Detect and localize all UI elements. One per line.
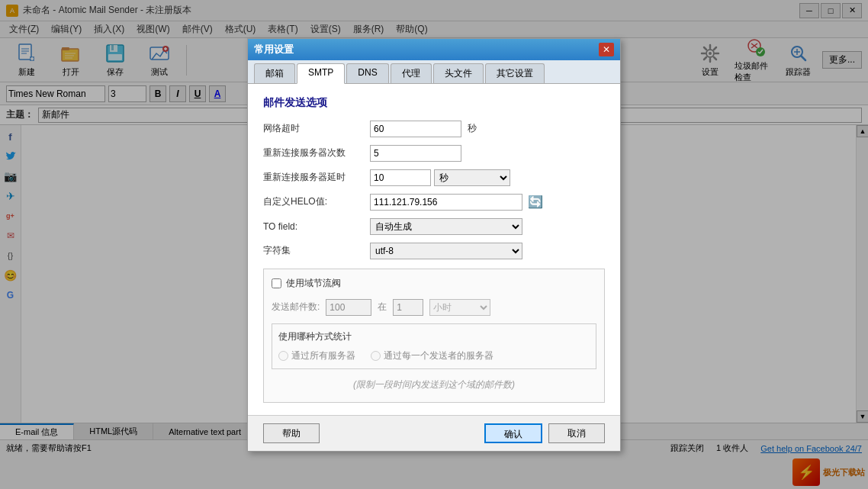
in-label: 在	[378, 301, 387, 314]
charset-label: 字符集	[263, 244, 370, 257]
network-timeout-input[interactable]	[370, 121, 461, 137]
tab-proxy[interactable]: 代理	[391, 63, 432, 83]
helo-input[interactable]	[370, 194, 522, 211]
throttle-section: 使用域节流阀 发送邮件数: 在 小时 分钟 使用哪种方式统计	[263, 269, 605, 403]
tab-smtp[interactable]: SMTP	[297, 63, 345, 84]
throttle-send-row: 发送邮件数: 在 小时 分钟	[272, 299, 596, 316]
network-timeout-unit: 秒	[468, 122, 477, 135]
count-method-section: 使用哪种方式统计 通过所有服务器 通过每一个发送者的服务器	[272, 323, 596, 369]
section-title: 邮件发送选项	[263, 96, 605, 110]
send-label: 发送邮件数:	[272, 301, 320, 314]
ok-button[interactable]: 确认	[484, 423, 542, 443]
cancel-button[interactable]: 取消	[548, 423, 605, 443]
tab-mailbox[interactable]: 邮箱	[254, 63, 295, 83]
reconnect-delay-label: 重新连接服务器延时	[263, 171, 370, 184]
dialog-tabs: 邮箱 SMTP DNS 代理 头文件 其它设置	[248, 60, 620, 84]
dialog-titlebar: 常用设置 ✕	[248, 39, 620, 60]
radio-all-servers[interactable]: 通过所有服务器	[278, 349, 355, 362]
throttle-checkbox[interactable]	[272, 278, 281, 288]
reconnect-label: 重新连接服务器次数	[263, 146, 370, 159]
charset-row: 字符集 utf-8 gbk gb2312 iso-8859-1	[263, 243, 605, 259]
tab-headers[interactable]: 头文件	[433, 63, 484, 83]
helo-refresh-button[interactable]: 🔄	[527, 194, 544, 211]
throttle-label: 使用域节流阀	[286, 277, 341, 290]
tab-other-settings[interactable]: 其它设置	[485, 63, 545, 83]
radio-row: 通过所有服务器 通过每一个发送者的服务器	[278, 349, 590, 362]
radio-all-servers-input[interactable]	[278, 351, 288, 361]
modal-overlay: 常用设置 ✕ 邮箱 SMTP DNS 代理 头文件 其它设置 邮件发送选项 网络…	[0, 0, 868, 489]
reconnect-delay-row: 重新连接服务器延时 秒 分钟	[263, 169, 605, 186]
help-button[interactable]: 帮助	[263, 423, 320, 443]
radio-all-servers-label: 通过所有服务器	[291, 349, 355, 362]
reconnect-delay-input[interactable]	[370, 169, 431, 186]
charset-select[interactable]: utf-8 gbk gb2312 iso-8859-1	[370, 243, 522, 259]
dialog-footer: 帮助 确认 取消	[248, 415, 620, 451]
network-timeout-label: 网络超时	[263, 122, 370, 135]
dialog-close-button[interactable]: ✕	[599, 43, 614, 56]
helo-label: 自定义HELO值:	[263, 195, 370, 208]
helo-row: 自定义HELO值: 🔄	[263, 194, 605, 211]
radio-per-sender-label: 通过每一个发送者的服务器	[384, 349, 493, 362]
limit-note: (限制一段时间内发送到这个域的邮件数)	[272, 375, 596, 394]
radio-per-sender-input[interactable]	[371, 351, 381, 361]
footer-right-buttons: 确认 取消	[484, 423, 605, 443]
to-field-label: TO field:	[263, 221, 370, 232]
network-timeout-row: 网络超时 秒	[263, 121, 605, 137]
radio-per-sender[interactable]: 通过每一个发送者的服务器	[371, 349, 493, 362]
to-field-select[interactable]: 自动生成 使用收件人 空	[370, 218, 522, 235]
hour-select[interactable]: 小时 分钟	[429, 299, 490, 316]
to-field-row: TO field: 自动生成 使用收件人 空	[263, 218, 605, 235]
reconnect-input[interactable]	[370, 145, 461, 162]
count-method-title: 使用哪种方式统计	[278, 330, 590, 343]
in-value-input[interactable]	[393, 299, 423, 316]
throttle-header: 使用域节流阀	[272, 277, 596, 290]
dialog-content: 邮件发送选项 网络超时 秒 重新连接服务器次数 重新连接服务器延时 秒 分钟	[248, 84, 620, 415]
settings-dialog: 常用设置 ✕ 邮箱 SMTP DNS 代理 头文件 其它设置 邮件发送选项 网络…	[247, 38, 621, 452]
reconnect-delay-unit-select[interactable]: 秒 分钟	[434, 169, 510, 186]
dialog-title: 常用设置	[254, 43, 599, 56]
send-count-input[interactable]	[326, 299, 371, 316]
tab-dns[interactable]: DNS	[346, 63, 388, 83]
reconnect-count-row: 重新连接服务器次数	[263, 145, 605, 162]
